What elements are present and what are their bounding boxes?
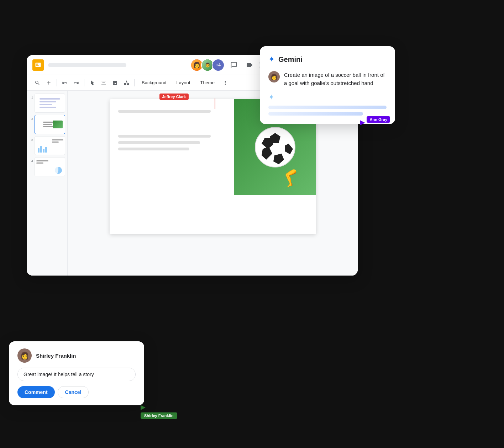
- slide-thumb-1[interactable]: [35, 94, 65, 113]
- thumb1-line1: [40, 98, 61, 100]
- avatar-plus-count: +4: [212, 59, 225, 71]
- slide-item-3[interactable]: 3: [29, 136, 65, 155]
- layout-button[interactable]: Layout: [172, 79, 194, 87]
- slide-item-4[interactable]: 4: [29, 157, 65, 176]
- ann-gray-cursor-label: Ann Gray: [367, 116, 390, 123]
- gemini-panel: ✦ Gemini 👩 Create an image of a soccer b…: [260, 46, 395, 124]
- thumb1-lines: [40, 98, 61, 108]
- camera-button[interactable]: [243, 59, 256, 71]
- thumb3-chart: [38, 144, 47, 153]
- title-spacer: [48, 63, 126, 67]
- thumb2-line2: [43, 124, 52, 125]
- jeffrey-cursor-label: Jeffrey Clark: [159, 94, 189, 100]
- chat-button[interactable]: [227, 59, 240, 71]
- thumb3-bar1: [38, 148, 40, 153]
- undo-icon[interactable]: [60, 78, 70, 88]
- slides-logo-icon: [32, 59, 44, 71]
- select-icon[interactable]: [87, 78, 97, 88]
- slide-thumb-4[interactable]: [35, 157, 65, 176]
- loading-bar-1: [268, 106, 387, 109]
- slide-thumb-2[interactable]: [35, 115, 65, 134]
- separator2: [84, 79, 84, 86]
- soccer-ball-svg: [254, 126, 296, 169]
- thumb4-line2: [36, 162, 43, 164]
- avatar-stack: 👩 👨 +4: [190, 59, 225, 71]
- comment-buttons: Comment Cancel: [17, 386, 136, 398]
- separator3: [134, 79, 135, 86]
- text-box-icon[interactable]: [99, 78, 109, 88]
- slide-num-3: 3: [29, 136, 33, 142]
- gemini-loading-star: ✦: [268, 93, 387, 101]
- separator1: [57, 79, 57, 86]
- image-icon[interactable]: [110, 78, 120, 88]
- slide-text-lines: [118, 110, 211, 113]
- slide-body-line2: [118, 141, 200, 144]
- svg-rect-3: [36, 65, 39, 65]
- background-button[interactable]: Background: [137, 79, 170, 87]
- more-options-icon[interactable]: [220, 78, 230, 88]
- slide-body-line1: [118, 135, 211, 138]
- comment-avatar: 👩: [17, 348, 32, 363]
- thumb3-bar3: [43, 149, 44, 153]
- thumb3-lines: [52, 139, 63, 143]
- shirley-cursor-area: ▶ Shirley Franklin: [141, 403, 177, 419]
- slide-num-1: 1: [29, 94, 33, 99]
- gemini-title: Gemini: [278, 55, 303, 64]
- thumb1-line3: [40, 104, 52, 105]
- svg-rect-1: [36, 63, 38, 64]
- goalie-foot: 🦵: [280, 167, 302, 189]
- gemini-user-row: 👩 Create an image of a soccer ball in fr…: [268, 71, 387, 87]
- slide-thumb-3[interactable]: [35, 136, 65, 155]
- gemini-star-icon: ✦: [268, 55, 275, 64]
- jeffrey-cursor-line: [215, 98, 215, 109]
- thumb3-bar2: [40, 146, 42, 153]
- gemini-loading: ✦: [268, 93, 387, 116]
- slide-line1: [118, 110, 211, 113]
- comment-user-row: 👩 Shirley Franklin: [17, 348, 136, 363]
- thumb2-soccer-img: [53, 121, 63, 128]
- ann-cursor-icon: ▶: [360, 118, 365, 126]
- thumb4-line1: [36, 160, 48, 161]
- thumb3-line2: [52, 142, 59, 143]
- thumb4-lines: [36, 160, 48, 164]
- slide-item-2[interactable]: 2: [29, 115, 65, 134]
- slide-num-2: 2: [29, 115, 33, 121]
- comment-card: 👩 Shirley Franklin Comment Cancel: [9, 341, 144, 405]
- comment-submit-button[interactable]: Comment: [17, 386, 55, 398]
- slide-item-1[interactable]: 1: [29, 94, 65, 113]
- loading-bar-2: [268, 112, 363, 116]
- thumb1-line4: [40, 107, 56, 108]
- svg-rect-2: [36, 64, 38, 65]
- zoom-icon[interactable]: [32, 78, 42, 88]
- slide-body-line3: [118, 148, 189, 150]
- scene: 👩 👨 +4: [0, 0, 504, 448]
- shirley-cursor-label: Shirley Franklin: [141, 412, 177, 419]
- comment-input[interactable]: [17, 368, 136, 381]
- slide-panel: 1 2: [27, 91, 68, 276]
- thumb4-pie: [55, 167, 62, 174]
- add-icon[interactable]: [44, 78, 54, 88]
- gemini-prompt-text: Create an image of a soccer ball in fron…: [284, 71, 387, 87]
- redo-icon[interactable]: [71, 78, 81, 88]
- thumb3-line1: [52, 139, 63, 140]
- gemini-user-avatar: 👩: [268, 71, 280, 82]
- slide-body: [118, 135, 211, 150]
- comment-user-name: Shirley Franklin: [36, 353, 76, 359]
- shapes-icon[interactable]: [121, 78, 131, 88]
- gemini-header: ✦ Gemini: [268, 55, 387, 64]
- theme-button[interactable]: Theme: [196, 79, 219, 87]
- slide-num-4: 4: [29, 157, 33, 163]
- thumb3-bar4: [45, 147, 47, 153]
- comment-cancel-button[interactable]: Cancel: [58, 386, 89, 398]
- thumb1-line2: [40, 101, 56, 102]
